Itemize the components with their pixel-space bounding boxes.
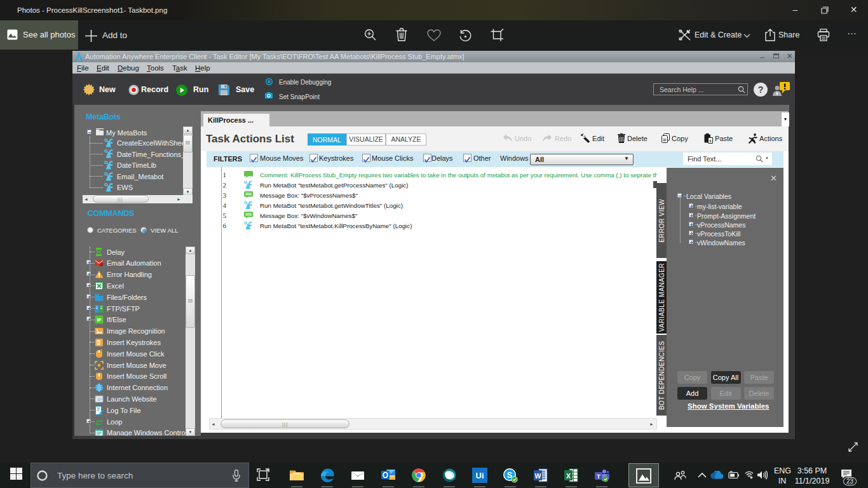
- svg-text:T: T: [597, 473, 600, 480]
- svg-text:F: F: [97, 340, 100, 344]
- svg-text:X: X: [566, 472, 571, 480]
- svg-text:IF: IF: [97, 317, 101, 323]
- svg-text:W: W: [535, 472, 541, 480]
- svg-text:Ui: Ui: [476, 471, 484, 480]
